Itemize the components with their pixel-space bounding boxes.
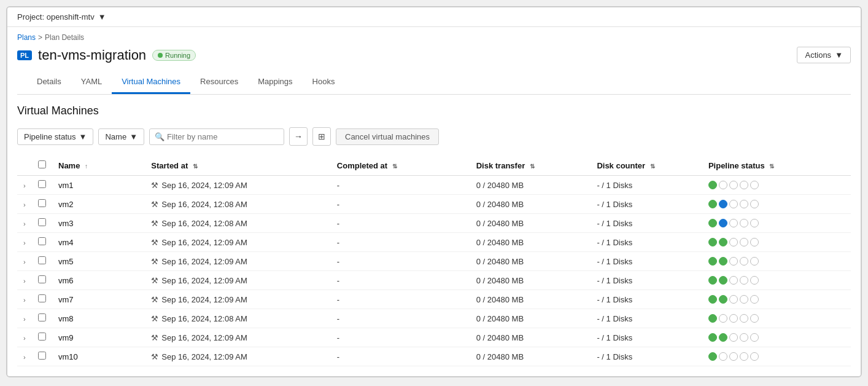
expand-cell[interactable]: › [17,328,32,347]
pipeline-status-cell [702,271,851,290]
row-checkbox[interactable] [38,333,46,341]
expand-chevron-icon[interactable]: › [23,334,26,342]
vm-name: vm3 [58,219,74,228]
title-row: PL ten-vms-migration Running Actions ▼ [17,47,851,63]
expand-cell[interactable]: › [17,290,32,309]
pipeline-dot [750,295,759,304]
select-all-checkbox[interactable] [38,160,46,168]
expand-chevron-icon[interactable]: › [23,182,26,189]
disk-transfer-cell: 0 / 20480 MB [470,309,591,328]
pipeline-filter-chevron-icon: ▼ [79,132,87,141]
disk-counter-value: - / 1 Disks [597,295,632,304]
plan-name: ten-vms-migration [38,47,146,63]
pipeline-dot [708,181,717,189]
pipeline-dot [719,333,727,342]
pipeline-dot [719,352,727,361]
actions-label: Actions [805,50,831,60]
expand-chevron-icon[interactable]: › [23,258,26,266]
pipeline-status-filter[interactable]: Pipeline status ▼ [17,128,93,145]
pipeline-status-cell [702,328,851,347]
tab-virtual-machines[interactable]: Virtual Machines [112,71,190,94]
pipeline-dot [750,352,759,361]
vm-name-cell: vm2 [52,195,145,214]
name-filter-button[interactable]: Name ▼ [98,128,144,145]
tab-yaml[interactable]: YAML [71,71,112,94]
expand-chevron-icon[interactable]: › [23,220,26,227]
disk-counter-cell: - / 1 Disks [591,233,702,252]
tab-hooks[interactable]: Hooks [303,71,345,94]
disk-transfer-cell: 0 / 20480 MB [470,233,591,252]
col-check-header [32,156,52,176]
row-checkbox[interactable] [38,294,46,302]
disk-counter-cell: - / 1 Disks [591,214,702,233]
expand-chevron-icon[interactable]: › [23,239,26,246]
actions-button[interactable]: Actions ▼ [797,47,851,63]
project-selector[interactable]: Project: openshift-mtv ▼ [17,12,106,22]
expand-cell[interactable]: › [17,347,32,366]
search-submit-button[interactable]: → [289,127,308,146]
cancel-vms-button[interactable]: Cancel virtual machines [336,128,439,145]
expand-cell[interactable]: › [17,271,32,290]
row-checkbox[interactable] [38,275,46,283]
clock-icon: ⚒ [151,276,158,285]
col-disk-counter-header[interactable]: Disk counter ⇅ [591,156,702,176]
col-completed-header[interactable]: Completed at ⇅ [331,156,470,176]
completed-at-cell: - [331,233,470,252]
col-disk-transfer-header[interactable]: Disk transfer ⇅ [470,156,591,176]
pipeline-dot [750,314,759,323]
col-expand-header [17,156,32,176]
started-at-cell: ⚒ Sep 16, 2024, 12:09 AM [145,271,331,290]
started-at-value: ⚒ Sep 16, 2024, 12:09 AM [151,257,325,266]
row-checkbox[interactable] [38,352,46,360]
column-management-button[interactable]: ⊞ [312,127,331,146]
row-checkbox-cell [32,252,52,271]
row-checkbox[interactable] [38,180,46,188]
expand-cell[interactable]: › [17,195,32,214]
expand-cell[interactable]: › [17,176,32,195]
disk-transfer-cell: 0 / 20480 MB [470,328,591,347]
pipeline-dot [729,257,738,266]
col-name-header[interactable]: Name ↑ [52,156,145,176]
table-row: › vm2 ⚒ Sep 16, 2024, 12:08 AM - 0 / 204… [17,195,851,214]
expand-chevron-icon[interactable]: › [23,296,26,304]
table-row: › vm8 ⚒ Sep 16, 2024, 12:08 AM - 0 / 204… [17,309,851,328]
expand-chevron-icon[interactable]: › [23,201,26,208]
col-started-header[interactable]: Started at ⇅ [145,156,331,176]
row-checkbox[interactable] [38,199,46,207]
pipeline-dot [729,276,738,285]
pipeline-dots [708,200,845,208]
row-checkbox[interactable] [38,256,46,264]
row-checkbox[interactable] [38,218,46,226]
expand-cell[interactable]: › [17,252,32,271]
breadcrumb-plans-link[interactable]: Plans [17,33,36,42]
expand-chevron-icon[interactable]: › [23,353,26,361]
table-row: › vm4 ⚒ Sep 16, 2024, 12:09 AM - 0 / 204… [17,233,851,252]
pipeline-dot [729,352,738,361]
expand-chevron-icon[interactable]: › [23,277,26,285]
breadcrumb: Plans > Plan Details [17,33,851,42]
expand-cell[interactable]: › [17,214,32,233]
expand-cell[interactable]: › [17,233,32,252]
row-checkbox[interactable] [38,313,46,321]
table-body: › vm1 ⚒ Sep 16, 2024, 12:09 AM - 0 / 204… [17,176,851,366]
pipeline-dots [708,181,845,189]
main-content: Virtual Machines Pipeline status ▼ Name … [7,95,861,376]
table-row: › vm3 ⚒ Sep 16, 2024, 12:08 AM - 0 / 204… [17,214,851,233]
expand-chevron-icon[interactable]: › [23,315,26,323]
col-pipeline-header[interactable]: Pipeline status ⇅ [702,156,851,176]
pipeline-dot [719,276,727,285]
expand-cell[interactable]: › [17,309,32,328]
tab-details[interactable]: Details [27,71,71,94]
row-checkbox-cell [32,176,52,195]
tab-mappings[interactable]: Mappings [248,71,302,94]
started-at-cell: ⚒ Sep 16, 2024, 12:08 AM [145,195,331,214]
started-at-cell: ⚒ Sep 16, 2024, 12:09 AM [145,290,331,309]
row-checkbox-cell [32,309,52,328]
pipeline-dot [729,238,738,246]
row-checkbox[interactable] [38,237,46,245]
started-at-cell: ⚒ Sep 16, 2024, 12:08 AM [145,309,331,328]
pipeline-dot [708,295,717,304]
search-input[interactable] [167,129,279,144]
tab-resources[interactable]: Resources [190,71,248,94]
vm-table: Name ↑ Started at ⇅ Completed at ⇅ Disk … [17,156,851,366]
